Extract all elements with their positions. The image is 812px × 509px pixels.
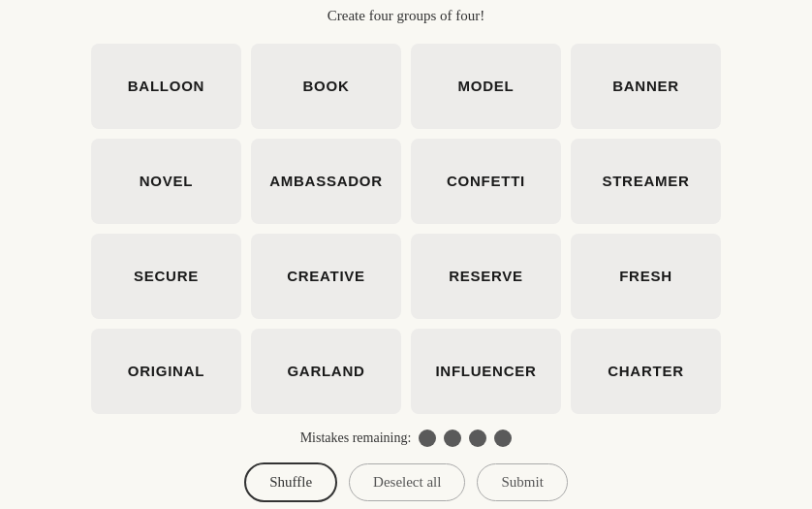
tile-secure[interactable]: SECURE (91, 234, 241, 319)
mistakes-row: Mistakes remaining: (300, 429, 513, 447)
word-grid: BALLOONBOOKMODELBANNERNOVELAMBASSADORCON… (91, 44, 721, 414)
mistakes-label: Mistakes remaining: (300, 430, 412, 446)
deselect-button[interactable]: Deselect all (349, 463, 465, 501)
tile-ambassador[interactable]: AMBASSADOR (251, 139, 401, 224)
tile-banner[interactable]: BANNER (571, 44, 721, 129)
tile-novel[interactable]: NOVEL (91, 139, 241, 224)
action-buttons: Shuffle Deselect all Submit (244, 462, 568, 502)
tile-confetti[interactable]: CONFETTI (411, 139, 561, 224)
mistake-dot-3 (469, 429, 486, 447)
shuffle-button[interactable]: Shuffle (244, 462, 337, 502)
main-container: Create four groups of four! BALLOONBOOKM… (0, 0, 812, 509)
mistake-dot-2 (444, 429, 461, 447)
instructions-text: Create four groups of four! (328, 8, 484, 24)
tile-charter[interactable]: CHARTER (571, 329, 721, 414)
tile-original[interactable]: ORIGINAL (91, 329, 241, 414)
tile-balloon[interactable]: BALLOON (91, 44, 241, 129)
mistake-dot-4 (494, 429, 512, 447)
mistake-dot-1 (419, 429, 436, 447)
tile-influencer[interactable]: INFLUENCER (411, 329, 561, 414)
tile-book[interactable]: BOOK (251, 44, 401, 129)
tile-creative[interactable]: CREATIVE (251, 234, 401, 319)
tile-streamer[interactable]: STREAMER (571, 139, 721, 224)
tile-model[interactable]: MODEL (411, 44, 561, 129)
tile-fresh[interactable]: FRESH (571, 234, 721, 319)
tile-reserve[interactable]: RESERVE (411, 234, 561, 319)
tile-garland[interactable]: GARLAND (251, 329, 401, 414)
submit-button[interactable]: Submit (477, 463, 567, 501)
